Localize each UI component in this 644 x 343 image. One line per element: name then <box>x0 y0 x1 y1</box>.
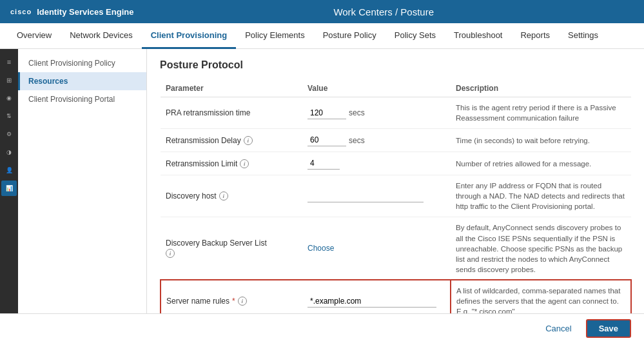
nav-policy-sets[interactable]: Policy Sets <box>385 23 445 49</box>
tools-icon[interactable]: ⚙ <box>1 126 17 142</box>
cancel-button[interactable]: Cancel <box>538 320 579 337</box>
param-label-limit: Retransmission Limit i <box>161 152 302 175</box>
value-cell-delay: secs <box>302 129 451 152</box>
nav-network-devices[interactable]: Network Devices <box>61 23 142 49</box>
col-value: Value <box>302 80 451 97</box>
sub-nav-portal[interactable]: Client Provisioning Portal <box>18 90 146 108</box>
page-title: Posture Protocol <box>160 59 631 71</box>
status-icon[interactable]: ◉ <box>1 90 17 106</box>
topbar: cisco Identity Services Engine Work Cent… <box>0 0 644 23</box>
choose-link[interactable]: Choose <box>307 244 334 253</box>
sub-nav-resources[interactable]: Resources <box>18 72 146 90</box>
table-row: Discovery host i Enter any IP address or… <box>161 175 631 217</box>
required-star: * <box>232 297 235 306</box>
col-description: Description <box>451 80 631 97</box>
delay-value-input[interactable] <box>307 134 346 146</box>
chart-icon[interactable]: 📊 <box>1 181 17 196</box>
value-cell-discovery <box>302 175 451 217</box>
table-row: Retransmission Limit i Number of retries… <box>161 152 631 175</box>
delay-unit: secs <box>349 136 365 145</box>
limit-value-input[interactable] <box>307 157 340 170</box>
sub-nav-policy[interactable]: Client Provisioning Policy <box>18 54 146 72</box>
value-cell-limit <box>302 152 451 175</box>
value-cell-backup: Choose <box>302 217 451 280</box>
pra-unit: secs <box>349 108 365 117</box>
server-name-rules-input[interactable] <box>307 295 436 308</box>
nav-posture-policy[interactable]: Posture Policy <box>314 23 385 49</box>
arrows-icon[interactable]: ⇅ <box>1 108 17 124</box>
desc-delay: Time (in seconds) to wait before retryin… <box>451 129 631 152</box>
main-content: Posture Protocol Parameter Value Descrip… <box>147 49 644 343</box>
table-row: PRA retransmission time secs This is the… <box>161 97 631 129</box>
grid-icon[interactable]: ⊞ <box>1 72 17 88</box>
shield-icon[interactable]: ◑ <box>1 144 17 160</box>
nav-settings[interactable]: Settings <box>559 23 607 49</box>
table-row: Retransmission Delay i secs Time (in sec <box>161 129 631 152</box>
sidebar-icons: ≡ ⊞ ◉ ⇅ ⚙ ◑ 👤 📊 ? <box>0 49 18 343</box>
table-row: Discovery Backup Server List i Choose By… <box>161 217 631 280</box>
server-rules-info-icon[interactable]: i <box>238 297 247 306</box>
param-label-delay: Retransmission Delay i <box>161 129 302 152</box>
discovery-info-icon[interactable]: i <box>219 191 228 201</box>
footer: Cancel Save <box>0 313 644 343</box>
app-name: Identity Services Engine <box>37 7 133 17</box>
menu-icon[interactable]: ≡ <box>1 54 17 70</box>
limit-info-icon[interactable]: i <box>240 159 249 168</box>
desc-backup: By default, AnyConnect sends discovery p… <box>451 217 631 280</box>
desc-pra: This is the agent retry period if there … <box>451 97 631 129</box>
main-nav: Overview Network Devices Client Provisio… <box>0 23 644 49</box>
backup-info-icon[interactable]: i <box>166 249 175 258</box>
nav-client-provisioning[interactable]: Client Provisioning <box>142 23 236 49</box>
cisco-icon: cisco <box>10 8 32 15</box>
value-cell-pra: secs <box>302 97 451 129</box>
nav-policy-elements[interactable]: Policy Elements <box>236 23 313 49</box>
sub-nav: Client Provisioning Policy Resources Cli… <box>18 49 147 343</box>
breadcrumb: Work Centers / Posture <box>133 6 634 17</box>
nav-overview[interactable]: Overview <box>8 23 61 49</box>
app-logo: cisco Identity Services Engine <box>10 7 133 17</box>
nav-reports[interactable]: Reports <box>511 23 559 49</box>
desc-discovery: Enter any IP address or FQDN that is rou… <box>451 175 631 217</box>
user-icon[interactable]: 👤 <box>1 162 17 178</box>
col-parameter: Parameter <box>161 80 302 97</box>
discovery-host-input[interactable] <box>307 190 424 202</box>
delay-info-icon[interactable]: i <box>244 136 253 145</box>
nav-troubleshoot[interactable]: Troubleshoot <box>445 23 511 49</box>
posture-protocol-table: Parameter Value Description PRA retransm… <box>160 80 631 343</box>
pra-value-input[interactable] <box>307 107 346 119</box>
desc-limit: Number of retries allowed for a message. <box>451 152 631 175</box>
param-label-pra: PRA retransmission time <box>161 97 302 129</box>
param-label-discovery: Discovery host i <box>161 175 302 217</box>
save-button[interactable]: Save <box>586 319 631 338</box>
param-label-backup: Discovery Backup Server List i <box>161 217 302 280</box>
